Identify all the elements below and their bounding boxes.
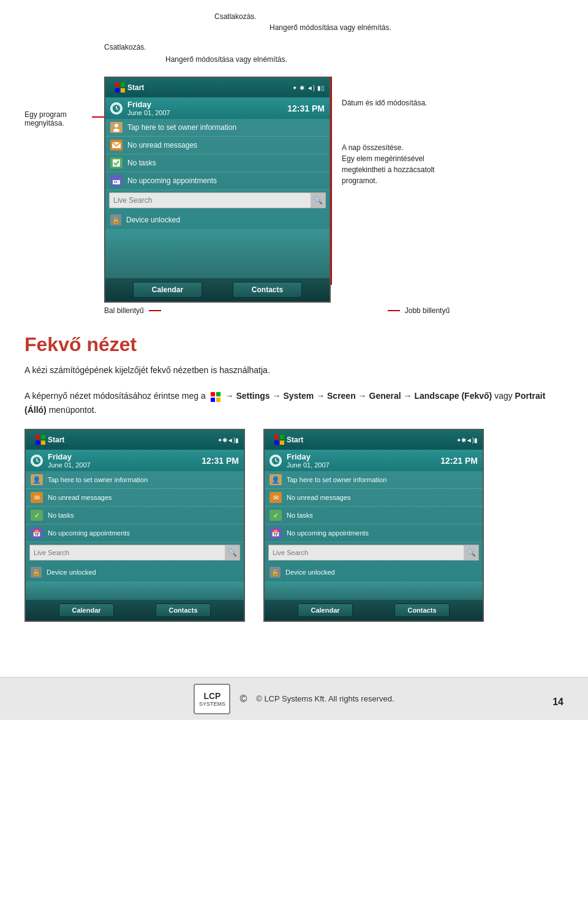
no-tasks-item[interactable]: No tasks [105, 154, 330, 172]
sp1-owner-text: Tap here to set owner information [48, 476, 148, 483]
sp1-messages-text: No unread messages [48, 494, 112, 501]
sp2-search-btn: 🔍 [464, 545, 478, 560]
sp1-messages: ✉ No unread messages [26, 489, 244, 507]
svg-rect-0 [115, 83, 119, 87]
sp1-start: Start [31, 433, 69, 447]
svg-point-7 [115, 124, 118, 127]
svg-rect-2 [115, 88, 119, 93]
sp2-bottom: Calendar Contacts [265, 600, 483, 621]
sp2-date-row: Friday June 01, 2007 12:21 PM [265, 450, 483, 471]
sp1-search: 🔍 [29, 545, 240, 561]
sp1-taskbar: Start ✦✱◄)▮ [26, 430, 244, 450]
sp2-contacts-btn[interactable]: Contacts [394, 603, 449, 617]
windows-icon-inline [211, 392, 221, 402]
egy-program-label: Egy programmegnyitása. [24, 110, 92, 127]
sp2-calendar-btn[interactable]: Calendar [298, 603, 352, 617]
arrow4: → [358, 391, 369, 401]
sp1-start-label: Start [48, 436, 64, 444]
sp1-calendar-btn[interactable]: Calendar [59, 603, 113, 617]
sp1-empty [26, 581, 244, 600]
settings-text: Settings [236, 391, 270, 401]
bal-billentyu-label: Bal billentyű [104, 306, 144, 315]
search-input[interactable] [110, 194, 311, 206]
hangero-ann: Hangerő módosítása vagy elnémítás. [165, 55, 287, 64]
sp1-calendar-icon: 📅 [31, 527, 43, 539]
sp1-tasks: ✓ No tasks [26, 507, 244, 524]
svg-rect-17 [211, 392, 215, 396]
calendar-icon [110, 175, 123, 186]
search-button[interactable]: 🔍 [311, 193, 325, 208]
svg-rect-3 [121, 88, 125, 93]
sp1-win-flag [36, 435, 45, 445]
sp2-appointments: 📅 No upcoming appointments [265, 524, 483, 542]
sp1-search-input [30, 547, 225, 558]
sp1-owner: 👤 Tap here to set owner information [26, 471, 244, 489]
svg-rect-15 [114, 181, 115, 183]
sp1-contacts-btn[interactable]: Contacts [156, 603, 210, 617]
date-info: Friday June 01, 2007 [127, 100, 282, 116]
lying-desc-2: A képernyő nézet módosításához érintse m… [24, 389, 564, 417]
csatlakozas-label: Csatlakozás. [214, 12, 257, 21]
windows-flag-icon [115, 83, 125, 93]
datum-ido-text: Dátum és idő módosítása. [342, 99, 427, 107]
end-label: menüpontot. [49, 405, 97, 415]
owner-info-item[interactable]: Tap here to set owner information [105, 119, 330, 137]
start-button-area[interactable]: Start [110, 80, 149, 95]
svg-rect-30 [274, 440, 279, 445]
sp1-day: Friday [48, 452, 197, 461]
phone-body: Tap here to set owner information No unr… [105, 119, 330, 278]
lying-desc-1-text: A kézi számítógépének kijelzőjét fekvő n… [24, 365, 270, 375]
footer-copyright-text: © LCP Systems Kft. All rights reserved. [256, 694, 394, 703]
sp2-time: 12:21 PM [440, 456, 478, 466]
time-display: 12:31 PM [287, 104, 325, 113]
sp1-status: ✦✱◄)▮ [217, 437, 239, 444]
no-appointments-item[interactable]: No upcoming appointments [105, 172, 330, 190]
person-icon [110, 122, 123, 133]
small-phone-2: Start ✦✱◄)▮ Friday [263, 429, 484, 622]
svg-rect-29 [280, 435, 284, 439]
device-unlocked-item: 🔓 Device unlocked [105, 211, 330, 229]
sp1-envelope-icon: ✉ [31, 492, 43, 503]
no-unread-item[interactable]: No unread messages [105, 137, 330, 154]
sp2-calendar-icon: 📅 [270, 527, 282, 539]
sp2-envelope-icon: ✉ [270, 492, 282, 503]
sp2-unlocked-text: Device unlocked [285, 569, 335, 576]
sp2-person-icon: 👤 [270, 474, 282, 485]
svg-rect-23 [36, 440, 40, 445]
sp1-date-row: Friday June 01, 2007 12:31 PM [26, 450, 244, 471]
svg-rect-20 [216, 398, 221, 402]
sp2-empty [265, 581, 483, 600]
sp2-messages-text: No unread messages [287, 494, 351, 501]
svg-point-8 [113, 129, 119, 132]
sp1-checkbox-icon: ✓ [31, 510, 43, 521]
hangero-label: Hangerő módosítása vagy elnémítás. [270, 23, 391, 32]
end-text: menüpontot. [49, 405, 97, 415]
page-number: 14 [552, 697, 564, 708]
sp1-clock [31, 455, 43, 467]
contacts-button[interactable]: Contacts [233, 282, 302, 298]
sp2-date-info: Friday June 01, 2007 [287, 452, 435, 469]
calendar-button[interactable]: Calendar [133, 282, 202, 298]
sp2-unlocked: 🔓 Device unlocked [265, 563, 483, 581]
svg-line-27 [37, 461, 39, 462]
antenna-icon: ✦ [292, 85, 297, 91]
sp2-owner: 👤 Tap here to set owner information [265, 471, 483, 489]
footer: LCP SYSTEMS © © LCP Systems Kft. All rig… [0, 677, 588, 720]
general-text: General [369, 391, 401, 401]
sp2-checkbox-icon: ✓ [270, 510, 282, 521]
sp2-clock [270, 455, 282, 467]
sp2-appt-text: No upcoming appointments [287, 529, 369, 537]
svg-rect-1 [121, 83, 125, 87]
sp2-tasks-text: No tasks [287, 512, 313, 519]
full-date: June 01, 2007 [127, 109, 282, 116]
landscape-text: Landscape (Fekvő) [414, 391, 492, 401]
sp1-unlocked-text: Device unlocked [47, 569, 96, 576]
phone-empty-space [105, 229, 330, 278]
lying-section: Fekvő nézet A kézi számítógépének kijelz… [24, 333, 564, 622]
datum-ido-ann: Dátum és idő módosítása. [342, 98, 564, 108]
no-tasks-text: No tasks [127, 159, 156, 167]
live-search-bar[interactable]: 🔍 [109, 192, 326, 208]
jobb-billentyu-label: Jobb billentyű [405, 306, 450, 315]
sp2-taskbar: Start ✦✱◄)▮ [265, 430, 483, 450]
sp1-tasks-text: No tasks [48, 512, 74, 519]
